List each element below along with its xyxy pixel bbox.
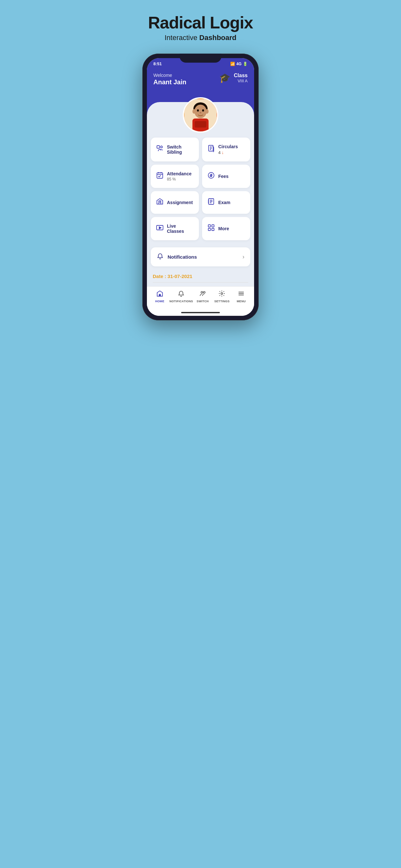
class-icon: 🎓 <box>219 73 230 83</box>
class-section: 🎓 Class VIII A <box>219 73 248 83</box>
page-bg-subtitle: Interactive Dashboard <box>165 34 237 42</box>
svg-point-4 <box>205 109 209 114</box>
circulars-number: 4 <box>218 150 220 155</box>
nav-notifications[interactable]: NOTIFICATIONS <box>169 290 193 303</box>
svg-point-7 <box>200 112 202 113</box>
svg-rect-21 <box>212 228 214 230</box>
fees-card[interactable]: Fees <box>202 165 250 188</box>
circulars-content: Circulars 4 ↓ <box>218 144 238 155</box>
svg-point-3 <box>192 109 196 114</box>
switch-sibling-icon <box>156 145 164 154</box>
assignment-content: Assignment <box>167 200 193 205</box>
bottom-nav: HOME NOTIFICATIONS <box>147 286 254 311</box>
switch-sibling-title: Switch Sibling <box>167 144 194 155</box>
more-content: More <box>218 226 229 231</box>
assignment-title: Assignment <box>167 200 193 205</box>
content-area: Switch Sibling Circulars <box>147 115 254 316</box>
svg-point-5 <box>197 110 199 112</box>
nav-settings[interactable]: SETTINGS <box>212 290 232 303</box>
nav-switch[interactable]: SWITCH <box>193 290 212 303</box>
nav-home[interactable]: HOME <box>150 290 169 303</box>
more-title: More <box>218 226 229 231</box>
date-text: Date : 31-07-2021 <box>153 274 248 279</box>
notifications-left: Notifications <box>157 252 197 261</box>
notifications-row[interactable]: Notifications › <box>151 247 250 267</box>
svg-point-24 <box>204 291 205 293</box>
fees-icon <box>207 172 215 181</box>
assignment-card[interactable]: Assignment <box>151 191 199 214</box>
svg-point-6 <box>202 110 204 112</box>
grid-row-3: Assignment Exam <box>151 191 250 214</box>
svg-point-2 <box>194 104 207 118</box>
notifications-arrow-icon: › <box>243 253 244 260</box>
indicator-bar <box>181 312 220 313</box>
date-bar: Date : 31-07-2021 <box>147 270 254 286</box>
svg-rect-9 <box>195 121 206 128</box>
page-bg-title: Radical Logix <box>148 13 253 32</box>
switch-nav-icon <box>199 290 206 299</box>
dashboard-grid: Switch Sibling Circulars <box>147 115 254 247</box>
svg-point-25 <box>221 292 223 294</box>
home-indicator <box>147 311 254 316</box>
svg-rect-15 <box>159 202 161 204</box>
switch-sibling-content: Switch Sibling <box>167 144 194 155</box>
assignment-icon <box>156 197 164 207</box>
attendance-icon <box>156 172 164 181</box>
class-info: Class VIII A <box>234 73 248 83</box>
attendance-card[interactable]: Attendance 85 % <box>151 165 199 188</box>
live-classes-icon <box>156 224 164 234</box>
exam-card[interactable]: Exam <box>202 191 250 214</box>
exam-icon <box>207 197 215 207</box>
notifications-label: Notifications <box>167 254 197 259</box>
fees-title: Fees <box>218 174 228 179</box>
svg-rect-18 <box>208 225 211 227</box>
battery-icon: 🔋 <box>243 62 248 66</box>
menu-nav-icon <box>238 290 245 299</box>
exam-title: Exam <box>218 200 230 205</box>
live-classes-content: Live Classes <box>167 223 194 234</box>
switch-nav-label: SWITCH <box>197 300 209 303</box>
live-classes-card[interactable]: Live Classes <box>151 217 199 240</box>
down-arrow-icon: ↓ <box>221 150 224 155</box>
circulars-count: 4 ↓ <box>218 150 238 155</box>
svg-point-23 <box>201 291 203 293</box>
grid-row-4: Live Classes M <box>151 217 250 240</box>
svg-rect-13 <box>157 173 163 178</box>
settings-nav-label: SETTINGS <box>214 300 229 303</box>
notch <box>180 54 221 63</box>
attendance-subtitle: 85 % <box>167 177 191 182</box>
phone-frame: 8:51 📶 4G 🔋 Welcome Anant Jain 🎓 Class V… <box>143 54 258 320</box>
welcome-section: Welcome Anant Jain <box>153 73 186 86</box>
nav-menu[interactable]: MENU <box>232 290 251 303</box>
more-icon <box>207 224 215 234</box>
grid-row-1: Switch Sibling Circulars <box>151 137 250 161</box>
notifications-nav-label: NOTIFICATIONS <box>169 300 193 303</box>
exam-content: Exam <box>218 200 230 205</box>
avatar-image <box>184 98 217 131</box>
attendance-title: Attendance <box>167 171 191 176</box>
circulars-icon <box>207 145 215 154</box>
switch-sibling-card[interactable]: Switch Sibling <box>151 137 199 161</box>
welcome-label: Welcome <box>153 73 186 78</box>
status-time: 8:51 <box>153 61 162 66</box>
menu-nav-label: MENU <box>237 300 246 303</box>
live-classes-title: Live Classes <box>167 223 194 234</box>
svg-rect-10 <box>157 146 159 148</box>
fees-content: Fees <box>218 174 228 179</box>
notifications-nav-icon <box>178 290 185 299</box>
circulars-title: Circulars <box>218 144 238 149</box>
student-name: Anant Jain <box>153 79 186 86</box>
status-indicators: 📶 4G 🔋 <box>230 62 248 66</box>
grid-row-2: Attendance 85 % Fees <box>151 165 250 188</box>
more-card[interactable]: More <box>202 217 250 240</box>
class-value: VIII A <box>234 79 248 83</box>
svg-point-11 <box>160 146 162 148</box>
notifications-bell-icon <box>157 252 164 261</box>
signal-icon: 📶 <box>230 62 235 66</box>
svg-rect-19 <box>212 225 214 227</box>
svg-rect-22 <box>159 294 161 296</box>
svg-rect-20 <box>208 228 211 230</box>
avatar <box>183 97 218 133</box>
circulars-card[interactable]: Circulars 4 ↓ <box>202 137 250 161</box>
phone-screen: 8:51 📶 4G 🔋 Welcome Anant Jain 🎓 Class V… <box>147 58 254 316</box>
